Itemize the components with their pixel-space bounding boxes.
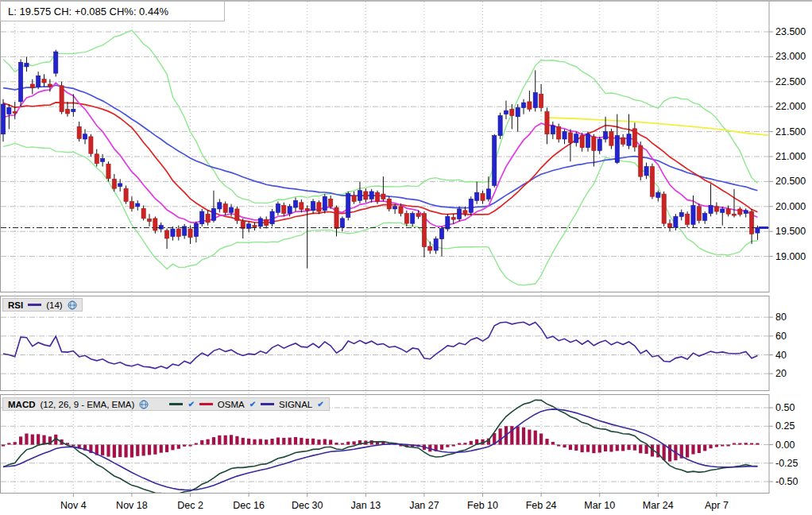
date-axis-label: Jan 27 [409, 500, 439, 511]
candle-down [30, 84, 34, 87]
price-axis-label: 19.000 [775, 251, 806, 262]
osma-histogram-bar [270, 439, 273, 445]
osma-histogram-bar [458, 443, 461, 445]
long-ma-yellow-line [547, 118, 771, 136]
candle-down [176, 229, 180, 236]
osma-histogram-bar [317, 439, 320, 444]
candle-up [200, 211, 204, 224]
price-axis-label: 23.000 [775, 51, 806, 62]
osma-histogram-bar [148, 445, 151, 455]
candle-down [463, 211, 467, 214]
macd-indicator-label[interactable]: MACD (12, 26, 9 - EMA, EMA) ✔ OSMA ✔ SIG… [2, 397, 330, 411]
osma-histogram-bar [253, 439, 256, 445]
candle-up [358, 191, 362, 201]
candle-down [164, 230, 168, 238]
price-axis-label: 22.500 [775, 76, 806, 87]
candle-down [399, 207, 403, 214]
candle-down [206, 214, 210, 223]
osma-histogram-bar [218, 436, 221, 445]
osma-histogram-bar [224, 436, 227, 445]
osma-histogram-bar [160, 445, 163, 453]
candle-down [300, 203, 304, 210]
candle-up [218, 203, 222, 209]
osma-histogram-bar [604, 445, 607, 451]
osma-histogram-bar [183, 445, 186, 447]
osma-histogram-bar [288, 438, 292, 445]
candle-down [416, 214, 420, 217]
rsi-axis-label: 80 [775, 312, 787, 323]
candle-up [72, 109, 75, 111]
osma-histogram-bar [136, 445, 139, 456]
trading-chart[interactable]: L: 19.575 CH: +0.085 CH%: 0.44% RSI (14)… [0, 0, 812, 515]
signal-swatch [261, 403, 274, 405]
osma-histogram-bar [25, 433, 28, 444]
candle-up [439, 228, 443, 238]
candle-down [667, 223, 671, 227]
candle-down [352, 196, 356, 202]
slow-ma-blue-line [3, 85, 757, 207]
rsi-title: RSI [8, 300, 23, 310]
candle-down [749, 211, 753, 234]
osma-histogram-bar [2, 445, 5, 447]
osma-histogram-bar [195, 443, 198, 445]
candle-up [293, 200, 297, 207]
rsi-indicator-label[interactable]: RSI (14) [2, 298, 83, 312]
osma-histogram-bar [551, 442, 555, 444]
osma-histogram-bar [282, 438, 285, 445]
candle-down [106, 164, 110, 178]
osma-histogram-bar [106, 445, 110, 457]
checkmark-icon[interactable]: ✔ [188, 401, 194, 409]
osma-histogram-bar [142, 445, 145, 456]
checkmark-icon[interactable]: ✔ [249, 401, 256, 409]
last-price-marker [759, 227, 768, 229]
osma-histogram-bar [323, 439, 327, 444]
candle-down [539, 95, 543, 108]
osma-histogram-bar [440, 445, 443, 450]
candle-up [679, 212, 683, 216]
price-axis-label: 23.500 [775, 26, 806, 37]
candle-down [697, 207, 701, 221]
candle-down [329, 199, 333, 206]
osma-histogram-bar [563, 445, 566, 448]
candle-down [714, 207, 718, 211]
candle-down [621, 137, 625, 144]
candle-up [586, 134, 590, 148]
osma-histogram-bar [569, 445, 572, 451]
candle-down [422, 214, 426, 247]
osma-histogram-bar [259, 439, 262, 444]
osma-histogram-bar [756, 443, 759, 445]
candle-up [574, 134, 578, 143]
candle-up [211, 208, 215, 220]
osma-histogram-bar [698, 445, 701, 454]
globe-icon [139, 400, 149, 409]
candle-up [288, 207, 292, 214]
bollinger-upper-band [3, 30, 757, 203]
candle-up [369, 192, 373, 199]
osma-histogram-bar [265, 439, 268, 444]
osma-histogram-bar [188, 445, 191, 447]
rsi-line [3, 322, 757, 368]
candle-up [615, 136, 619, 163]
candle-up [54, 52, 58, 73]
candle-down [48, 84, 52, 87]
osma-histogram-bar [516, 427, 520, 445]
osma-histogram-bar [703, 445, 706, 451]
osma-histogram-bar [733, 443, 736, 445]
candle-up [533, 93, 537, 108]
osma-histogram-bar [738, 443, 741, 445]
osma-histogram-bar [353, 441, 356, 444]
candle-down [592, 137, 596, 151]
osma-histogram-bar [177, 445, 180, 449]
candle-down [451, 218, 455, 220]
checkmark-icon[interactable]: ✔ [317, 401, 323, 409]
date-axis-label: Nov 18 [116, 500, 148, 511]
candle-up [83, 134, 87, 139]
candle-up [37, 76, 41, 87]
candle-up [311, 202, 315, 211]
price-axis-label: 20.000 [775, 201, 806, 212]
osma-histogram-bar [574, 445, 578, 451]
chart-canvas[interactable] [0, 0, 812, 515]
osma-histogram-bar [101, 445, 104, 455]
osma-histogram-bar [165, 445, 168, 452]
candle-down [265, 219, 269, 226]
